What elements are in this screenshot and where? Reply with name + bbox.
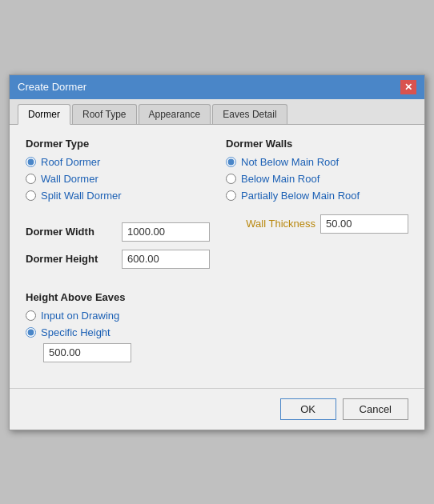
tab-roof-type[interactable]: Roof Type	[72, 104, 136, 124]
close-button[interactable]: ✕	[400, 80, 416, 94]
radio-wall-dormer-input[interactable]	[26, 174, 36, 184]
radio-wall-dormer-label: Wall Dormer	[41, 173, 98, 185]
dormer-type-group: Roof Dormer Wall Dormer Split Wall Dorme…	[26, 156, 210, 202]
wall-thickness-input[interactable]	[320, 214, 408, 234]
radio-wall-dormer[interactable]: Wall Dormer	[26, 173, 210, 185]
tab-bar: Dormer Roof Type Appearance Eaves Detail	[10, 99, 424, 125]
tab-appearance[interactable]: Appearance	[139, 104, 211, 124]
radio-partially-below-main-roof-input[interactable]	[226, 190, 236, 201]
radio-specific-height-label: Specific Height	[41, 326, 111, 338]
radio-specific-height-input[interactable]	[26, 327, 36, 338]
dormer-type-title: Dormer Type	[26, 138, 210, 150]
radio-roof-dormer[interactable]: Roof Dormer	[26, 156, 210, 168]
radio-below-main-roof[interactable]: Below Main Roof	[226, 173, 408, 185]
radio-partially-below-main-roof-label: Partially Below Main Roof	[241, 190, 360, 202]
cancel-button[interactable]: Cancel	[343, 398, 408, 420]
radio-input-on-drawing-input[interactable]	[26, 310, 36, 321]
tab-eaves-detail[interactable]: Eaves Detail	[212, 104, 287, 124]
tab-content: Dormer Type Roof Dormer Wall Dormer Spli…	[10, 125, 424, 388]
radio-split-wall-dormer-label: Split Wall Dormer	[41, 190, 122, 202]
dormer-height-input[interactable]	[122, 250, 210, 269]
create-dormer-dialog: Create Dormer ✕ Dormer Roof Type Appeara…	[9, 74, 425, 430]
radio-specific-height[interactable]: Specific Height	[26, 326, 210, 338]
height-above-eaves-group: Input on Drawing Specific Height	[26, 310, 210, 362]
radio-split-wall-dormer[interactable]: Split Wall Dormer	[26, 190, 210, 202]
dormer-width-input[interactable]	[122, 222, 210, 242]
dormer-width-row: Dormer Width	[26, 222, 210, 242]
wall-thickness-label: Wall Thickness	[226, 218, 315, 230]
radio-split-wall-dormer-input[interactable]	[26, 190, 36, 201]
radio-not-below-main-roof-input[interactable]	[226, 157, 236, 167]
ok-button[interactable]: OK	[280, 398, 336, 420]
dormer-height-row: Dormer Height	[26, 250, 210, 269]
dormer-walls-group: Not Below Main Roof Below Main Roof Part…	[226, 156, 408, 202]
tab-dormer[interactable]: Dormer	[18, 104, 70, 125]
radio-below-main-roof-label: Below Main Roof	[241, 173, 319, 185]
radio-roof-dormer-input[interactable]	[26, 157, 36, 167]
dormer-width-label: Dormer Width	[26, 226, 122, 238]
radio-partially-below-main-roof[interactable]: Partially Below Main Roof	[226, 190, 408, 202]
two-column-layout: Dormer Type Roof Dormer Wall Dormer Spli…	[26, 138, 408, 375]
dialog-buttons: OK Cancel	[10, 388, 424, 430]
radio-input-on-drawing[interactable]: Input on Drawing	[26, 310, 210, 322]
right-column: Dormer Walls Not Below Main Roof Below M…	[226, 138, 408, 375]
radio-input-on-drawing-label: Input on Drawing	[41, 310, 119, 322]
left-column: Dormer Type Roof Dormer Wall Dormer Spli…	[26, 138, 210, 375]
title-bar: Create Dormer ✕	[10, 75, 424, 99]
wall-thickness-row: Wall Thickness	[226, 214, 408, 234]
dormer-height-label: Dormer Height	[26, 253, 122, 265]
radio-not-below-main-roof[interactable]: Not Below Main Roof	[226, 156, 408, 168]
height-above-eaves-title: Height Above Eaves	[26, 291, 210, 303]
height-above-eaves-section: Height Above Eaves Input on Drawing Spec…	[26, 291, 210, 362]
specific-height-input[interactable]	[43, 343, 131, 362]
radio-not-below-main-roof-label: Not Below Main Roof	[241, 156, 339, 168]
radio-below-main-roof-input[interactable]	[226, 174, 236, 184]
dialog-title: Create Dormer	[18, 81, 86, 93]
radio-roof-dormer-label: Roof Dormer	[41, 156, 100, 168]
dormer-walls-title: Dormer Walls	[226, 138, 408, 150]
